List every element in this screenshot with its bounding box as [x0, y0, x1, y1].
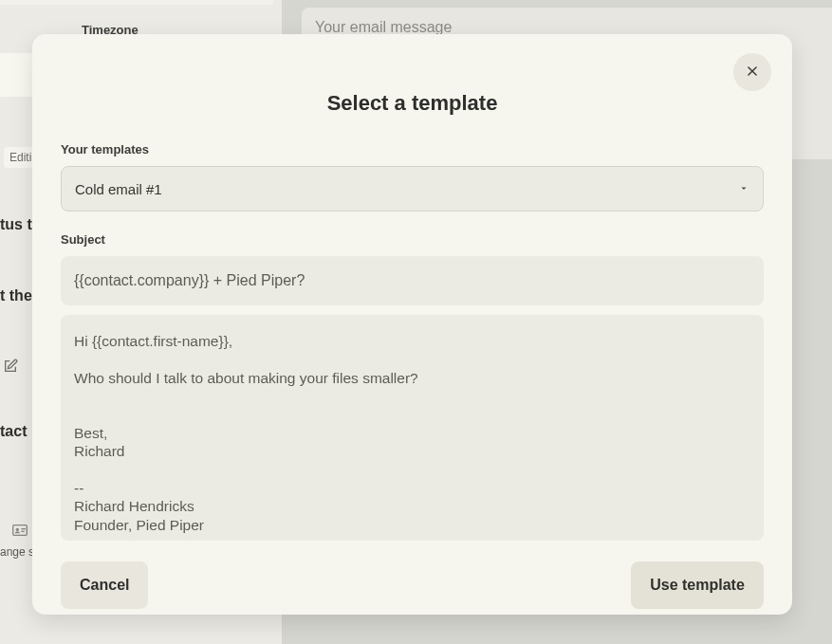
modal-actions: Cancel Use template — [61, 561, 764, 609]
close-icon — [746, 64, 759, 81]
subject-value: {{contact.company}} + Pied Piper? — [74, 272, 305, 289]
template-select-value: Cold email #1 — [75, 181, 162, 197]
close-button[interactable] — [733, 53, 771, 91]
chevron-down-icon — [738, 181, 749, 197]
cancel-button[interactable]: Cancel — [61, 561, 148, 609]
use-template-button[interactable]: Use template — [631, 561, 764, 609]
template-select[interactable]: Cold email #1 — [61, 166, 764, 212]
your-templates-label: Your templates — [61, 142, 764, 156]
email-body-preview[interactable]: Hi {{contact.first-name}}, Who should I … — [61, 315, 764, 541]
select-template-modal: Select a template Your templates Cold em… — [32, 34, 792, 615]
modal-title: Select a template — [61, 91, 764, 116]
subject-label: Subject — [61, 232, 764, 247]
subject-input[interactable]: {{contact.company}} + Pied Piper? — [61, 256, 764, 305]
